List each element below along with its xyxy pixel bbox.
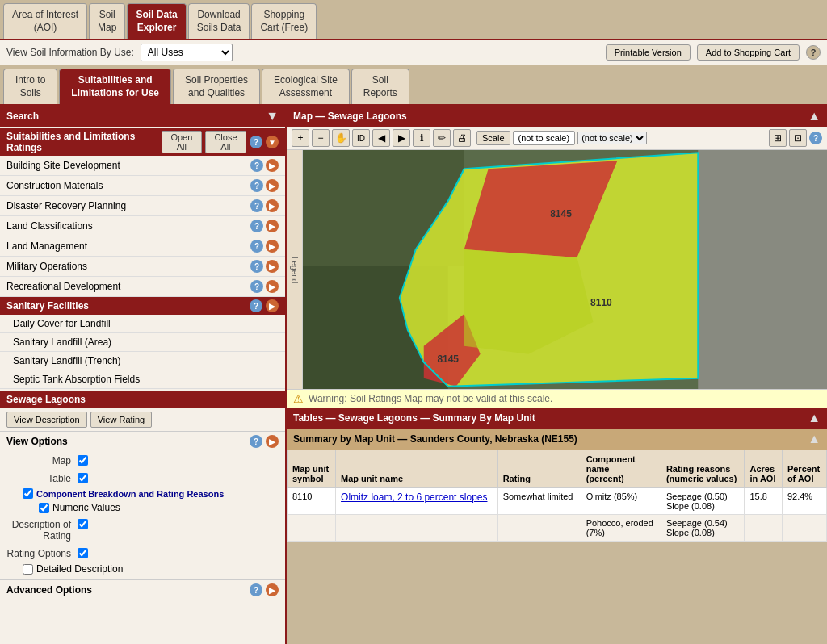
toolbar-help-icon[interactable]: ? <box>806 45 821 60</box>
sanitary-item-septic[interactable]: Septic Tank Absorption Fields <box>0 370 285 389</box>
tab-ecological-site[interactable]: Ecological Site Assessment <box>262 69 350 104</box>
land-mgmt-expand-icon[interactable]: ▶ <box>266 240 279 253</box>
view-rating-button[interactable]: View Rating <box>90 412 153 428</box>
zoom-in-button[interactable]: + <box>292 129 309 147</box>
land-class-help-icon[interactable]: ? <box>250 220 263 232</box>
recreational-expand-icon[interactable]: ▶ <box>266 280 279 293</box>
use-select[interactable]: All Uses Agriculture Construction Recrea… <box>141 44 233 61</box>
view-options-expand-icon[interactable]: ▶ <box>266 435 279 448</box>
map-view-button-1[interactable]: ⊞ <box>769 129 787 147</box>
forward-button[interactable]: ▶ <box>393 129 410 147</box>
disaster-help-icon[interactable]: ? <box>250 199 263 212</box>
component-breakdown-checkbox[interactable] <box>23 488 33 499</box>
category-land-classifications[interactable]: Land Classifications ? ▶ <box>0 216 285 236</box>
description-of-rating-checkbox[interactable] <box>78 519 88 529</box>
ratings-collapse-icon[interactable]: ▼ <box>266 136 279 148</box>
ratings-section-header: Suitabilities and Limitations Ratings Op… <box>0 128 285 156</box>
legend-sidebar[interactable]: Legend <box>287 150 303 389</box>
cell-reasons-2: Seepage (0.54) Slope (0.08) <box>661 515 745 542</box>
tab-soil-data-explorer[interactable]: Soil Data Explorer <box>127 3 186 39</box>
tab-soil-map[interactable]: Soil Map <box>89 3 125 39</box>
category-building-site[interactable]: Building Site Development ? ▶ <box>0 156 285 176</box>
construction-expand-icon[interactable]: ▶ <box>266 179 279 192</box>
sanitary-item-landfill[interactable]: Daily Cover for Landfill <box>0 315 285 333</box>
table-option-label: Table <box>6 471 71 484</box>
military-help-icon[interactable]: ? <box>250 260 263 273</box>
recreational-help-icon[interactable]: ? <box>250 280 263 293</box>
tab-shopping-cart[interactable]: Shopping Cart (Free) <box>251 3 317 39</box>
advanced-help-icon[interactable]: ? <box>250 583 262 596</box>
map-option-label: Map <box>6 454 71 466</box>
building-site-help-icon[interactable]: ? <box>250 159 263 172</box>
search-collapse-icon[interactable]: ▼ <box>266 109 279 123</box>
map-help-icon[interactable]: ? <box>809 132 822 144</box>
col-percent: Percentof AOI <box>782 450 826 488</box>
view-description-button[interactable]: View Description <box>6 412 87 428</box>
col-rating-reasons: Rating reasons(numeric values) <box>661 450 745 488</box>
printable-version-button[interactable]: Printable Version <box>606 44 691 61</box>
cell-name-1: Olmitz loam, 2 to 6 percent slopes <box>336 488 498 515</box>
toolbar: View Soil Information By Use: All Uses A… <box>0 39 827 65</box>
sanitary-item-landfill-area[interactable]: Sanitary Landfill (Area) <box>0 333 285 352</box>
cell-reasons-1: Seepage (0.50) Slope (0.08) <box>661 488 745 515</box>
scale-value: (not to scale) <box>513 131 576 145</box>
scale-select[interactable]: (not to scale) <box>577 132 647 144</box>
zoom-out-button[interactable]: − <box>312 129 330 147</box>
tab-intro-to-soils[interactable]: Intro to Soils <box>3 69 57 104</box>
tab-soil-reports[interactable]: Soil Reports <box>351 69 409 104</box>
pan-button[interactable]: ✋ <box>332 129 350 147</box>
map-view-button-2[interactable]: ⊡ <box>789 129 807 147</box>
tab-soil-properties[interactable]: Soil Properties and Qualities <box>173 69 260 104</box>
map-collapse-icon[interactable]: ▲ <box>808 109 821 123</box>
sanitary-header: Sanitary Facilities ? ▶ <box>0 297 285 315</box>
map-checkbox[interactable] <box>78 455 88 466</box>
add-to-shopping-cart-button[interactable]: Add to Shopping Cart <box>697 44 800 61</box>
view-by-use-label: View Soil Information By Use: <box>6 47 134 58</box>
measure-button[interactable]: ✏ <box>433 129 451 147</box>
col-component: Componentname(percent) <box>581 450 661 488</box>
detailed-description-checkbox[interactable] <box>23 564 33 575</box>
sanitary-expand-icon[interactable]: ▶ <box>266 299 279 312</box>
numeric-values-checkbox[interactable] <box>39 503 49 513</box>
component-breakdown-label: Component Breakdown and Rating Reasons <box>36 489 224 499</box>
construction-help-icon[interactable]: ? <box>250 179 263 192</box>
identify-button[interactable]: ID <box>352 129 370 147</box>
sanitary-item-landfill-trench[interactable]: Sanitary Landfill (Trench) <box>0 352 285 370</box>
disaster-expand-icon[interactable]: ▶ <box>266 199 279 212</box>
back-button[interactable]: ◀ <box>372 129 390 147</box>
print-map-button[interactable]: 🖨 <box>453 129 471 147</box>
right-panel: Map — Sewage Lagoons ▲ + − ✋ ID ◀ ▶ ℹ ✏ … <box>287 106 827 644</box>
warning-icon: ⚠ <box>293 392 304 405</box>
table-header-row: Map unitsymbol Map unit name Rating Comp… <box>288 450 827 488</box>
cell-percent-2 <box>782 515 826 542</box>
category-military[interactable]: Military Operations ? ▶ <box>0 257 285 277</box>
advanced-expand-icon[interactable]: ▶ <box>266 583 279 596</box>
sub-navigation: Intro to Soils Suitabilities and Limitat… <box>0 65 827 106</box>
tab-aoi[interactable]: Area of Interest (AOI) <box>3 3 87 39</box>
table-checkbox[interactable] <box>78 473 88 483</box>
cell-symbol-1: 8110 <box>288 488 336 515</box>
info-button[interactable]: ℹ <box>413 129 430 147</box>
tab-suitabilities[interactable]: Suitabilities and Limitations for Use <box>59 69 171 104</box>
military-expand-icon[interactable]: ▶ <box>266 260 279 273</box>
land-class-expand-icon[interactable]: ▶ <box>266 220 279 232</box>
category-construction[interactable]: Construction Materials ? ▶ <box>0 176 285 196</box>
view-options-help-icon[interactable]: ? <box>250 435 262 448</box>
view-options-header: View Options ? ▶ <box>0 431 285 451</box>
category-disaster[interactable]: Disaster Recovery Planning ? ▶ <box>0 196 285 216</box>
rating-options-row: Rating Options <box>0 544 285 562</box>
ratings-help-icon[interactable]: ? <box>250 136 262 148</box>
building-site-expand-icon[interactable]: ▶ <box>266 159 279 172</box>
land-mgmt-help-icon[interactable]: ? <box>250 240 263 253</box>
soil-name-link-1[interactable]: Olmitz loam, 2 to 6 percent slopes <box>341 491 487 503</box>
rating-options-checkbox[interactable] <box>78 548 88 558</box>
category-land-management[interactable]: Land Management ? ▶ <box>0 236 285 257</box>
tab-download-soils-data[interactable]: Download Soils Data <box>188 3 250 39</box>
sewage-view-buttons: View Description View Rating <box>0 408 285 431</box>
table-subheader-collapse-icon[interactable]: ▲ <box>808 432 821 446</box>
open-all-button[interactable]: Open All <box>162 131 202 153</box>
sanitary-help-icon[interactable]: ? <box>250 299 262 312</box>
category-recreational[interactable]: Recreational Development ? ▶ <box>0 277 285 297</box>
close-all-button[interactable]: Close All <box>205 131 246 153</box>
table-collapse-icon[interactable]: ▲ <box>808 411 821 425</box>
